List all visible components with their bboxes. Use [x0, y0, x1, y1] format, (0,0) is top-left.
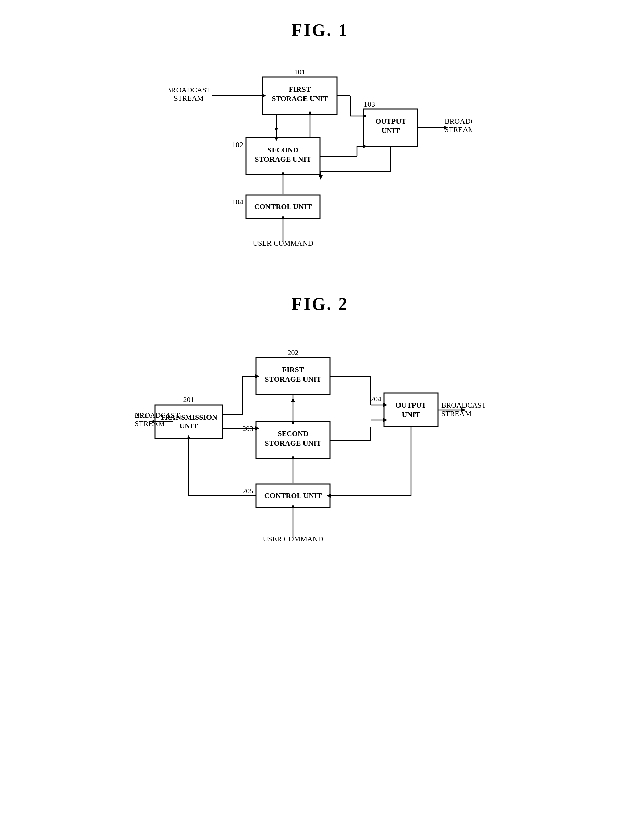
- svg-text:BROADCAST: BROADCAST: [168, 86, 211, 94]
- svg-text:205: 205: [242, 487, 253, 495]
- svg-text:204: 204: [370, 395, 381, 403]
- svg-text:UNIT: UNIT: [381, 126, 400, 135]
- svg-text:FIRST: FIRST: [289, 85, 311, 93]
- svg-rect-55: [384, 393, 438, 427]
- svg-text:101: 101: [294, 68, 306, 76]
- svg-text:104: 104: [232, 198, 243, 206]
- svg-text:OUTPUT: OUTPUT: [375, 117, 406, 125]
- svg-text:SECOND: SECOND: [267, 146, 298, 154]
- svg-text:CONTROL UNIT: CONTROL UNIT: [264, 491, 322, 500]
- svg-text:STORAGE UNIT: STORAGE UNIT: [272, 94, 328, 103]
- fig2-diagram: TRANSMISSION UNIT FIRST STORAGE UNIT SEC…: [135, 331, 505, 561]
- svg-text:OUTPUT: OUTPUT: [395, 401, 426, 409]
- svg-text:BROADCAST: BROADCAST: [135, 411, 180, 419]
- svg-text:STORAGE UNIT: STORAGE UNIT: [254, 155, 311, 163]
- svg-text:BROADCAST: BROADCAST: [441, 401, 486, 409]
- svg-text:STREAM: STREAM: [445, 125, 472, 134]
- fig1-diagram: FIRST STORAGE UNIT SECOND STORAGE UNIT O…: [168, 57, 472, 267]
- fig1-section: FIG. 1 FIRST STORAGE UNIT SECOND STORAGE…: [0, 20, 640, 267]
- svg-text:CONTROL UNIT: CONTROL UNIT: [254, 202, 312, 211]
- svg-marker-45: [274, 128, 278, 132]
- svg-text:STORAGE UNIT: STORAGE UNIT: [265, 439, 322, 447]
- svg-marker-38: [318, 176, 323, 179]
- svg-text:STREAM: STREAM: [441, 409, 471, 418]
- svg-text:STREAM: STREAM: [135, 419, 165, 428]
- svg-text:SECOND: SECOND: [278, 429, 309, 438]
- svg-text:202: 202: [288, 348, 299, 357]
- fig2-title: FIG. 2: [292, 294, 348, 314]
- svg-text:103: 103: [364, 100, 375, 109]
- svg-text:UNIT: UNIT: [179, 422, 198, 430]
- svg-text:BROADCAST: BROADCAST: [445, 117, 472, 125]
- svg-marker-82: [291, 398, 295, 402]
- fig2-section: FIG. 2 TRANSMISSION UNIT FIRST STORAGE U…: [0, 294, 640, 561]
- svg-text:STORAGE UNIT: STORAGE UNIT: [265, 375, 322, 383]
- page: FIG. 1 FIRST STORAGE UNIT SECOND STORAGE…: [0, 0, 640, 840]
- fig1-title: FIG. 1: [292, 20, 348, 40]
- svg-text:201: 201: [183, 395, 194, 404]
- svg-text:102: 102: [232, 141, 243, 149]
- svg-text:FIRST: FIRST: [282, 365, 304, 374]
- svg-text:STREAM: STREAM: [173, 94, 203, 102]
- svg-text:UNIT: UNIT: [402, 410, 420, 419]
